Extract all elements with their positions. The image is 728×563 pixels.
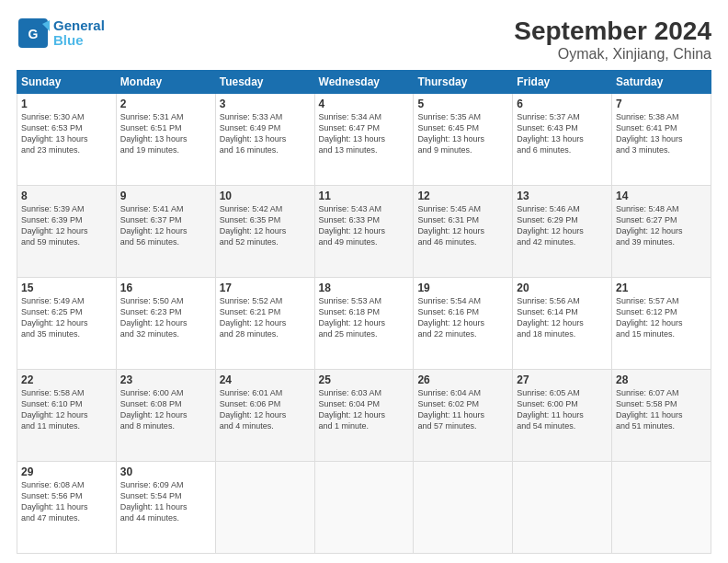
day-info: Sunrise: 5:37 AM Sunset: 6:43 PM Dayligh… (517, 111, 608, 156)
day-info: Sunrise: 6:00 AM Sunset: 6:08 PM Dayligh… (120, 387, 211, 432)
calendar-cell: 25Sunrise: 6:03 AM Sunset: 6:04 PM Dayli… (314, 370, 414, 462)
calendar-cell: 20Sunrise: 5:56 AM Sunset: 6:14 PM Dayli… (513, 278, 612, 370)
day-number: 23 (120, 373, 211, 386)
day-info: Sunrise: 5:39 AM Sunset: 6:39 PM Dayligh… (21, 203, 112, 248)
calendar-table: Sunday Monday Tuesday Wednesday Thursday… (17, 70, 711, 554)
calendar-cell (215, 462, 314, 554)
day-info: Sunrise: 6:04 AM Sunset: 6:02 PM Dayligh… (417, 387, 508, 432)
calendar-cell: 5Sunrise: 5:35 AM Sunset: 6:45 PM Daylig… (414, 94, 513, 186)
day-info: Sunrise: 5:53 AM Sunset: 6:18 PM Dayligh… (319, 295, 410, 340)
day-info: Sunrise: 5:35 AM Sunset: 6:45 PM Dayligh… (417, 111, 508, 156)
day-number: 6 (517, 98, 608, 110)
day-number: 4 (319, 98, 410, 110)
calendar-cell: 28Sunrise: 6:07 AM Sunset: 5:58 PM Dayli… (612, 370, 711, 462)
day-number: 15 (21, 282, 112, 294)
calendar-cell: 16Sunrise: 5:50 AM Sunset: 6:23 PM Dayli… (116, 278, 215, 370)
calendar-subtitle: Oymak, Xinjiang, China (514, 46, 711, 63)
day-info: Sunrise: 5:57 AM Sunset: 6:12 PM Dayligh… (616, 295, 707, 340)
calendar-body: 1Sunrise: 5:30 AM Sunset: 6:53 PM Daylig… (17, 94, 711, 554)
day-number: 10 (220, 190, 311, 202)
col-monday: Monday (116, 71, 215, 94)
logo-blue: Blue (53, 33, 105, 49)
day-info: Sunrise: 5:56 AM Sunset: 6:14 PM Dayligh… (517, 295, 608, 340)
day-info: Sunrise: 5:38 AM Sunset: 6:41 PM Dayligh… (616, 111, 707, 156)
calendar-cell: 6Sunrise: 5:37 AM Sunset: 6:43 PM Daylig… (513, 94, 612, 186)
col-friday: Friday (513, 71, 612, 94)
calendar-week-3: 15Sunrise: 5:49 AM Sunset: 6:25 PM Dayli… (17, 278, 711, 370)
day-info: Sunrise: 5:42 AM Sunset: 6:35 PM Dayligh… (220, 203, 311, 248)
col-sunday: Sunday (17, 71, 117, 94)
col-saturday: Saturday (612, 71, 711, 94)
logo-icon: G (17, 17, 50, 50)
day-info: Sunrise: 5:49 AM Sunset: 6:25 PM Dayligh… (21, 295, 112, 340)
day-number: 9 (120, 190, 211, 202)
col-wednesday: Wednesday (314, 71, 414, 94)
day-info: Sunrise: 6:09 AM Sunset: 5:54 PM Dayligh… (120, 479, 211, 524)
day-number: 18 (319, 282, 410, 294)
day-number: 20 (517, 282, 608, 294)
day-number: 11 (319, 190, 410, 202)
day-number: 28 (616, 373, 707, 386)
day-info: Sunrise: 5:31 AM Sunset: 6:51 PM Dayligh… (120, 111, 211, 156)
day-info: Sunrise: 5:34 AM Sunset: 6:47 PM Dayligh… (319, 111, 410, 156)
calendar-cell: 29Sunrise: 6:08 AM Sunset: 5:56 PM Dayli… (17, 462, 117, 554)
day-info: Sunrise: 5:50 AM Sunset: 6:23 PM Dayligh… (120, 295, 211, 340)
day-number: 24 (220, 373, 311, 386)
day-info: Sunrise: 5:33 AM Sunset: 6:49 PM Dayligh… (220, 111, 311, 156)
calendar-cell (513, 462, 612, 554)
day-info: Sunrise: 5:52 AM Sunset: 6:21 PM Dayligh… (220, 295, 311, 340)
calendar-cell: 26Sunrise: 6:04 AM Sunset: 6:02 PM Dayli… (414, 370, 513, 462)
page: G General Blue September 2024 Oymak, Xin… (0, 0, 728, 563)
day-info: Sunrise: 6:07 AM Sunset: 5:58 PM Dayligh… (616, 387, 707, 432)
day-number: 7 (616, 98, 707, 110)
day-number: 25 (319, 373, 410, 386)
calendar-cell: 2Sunrise: 5:31 AM Sunset: 6:51 PM Daylig… (116, 94, 215, 186)
calendar-cell: 27Sunrise: 6:05 AM Sunset: 6:00 PM Dayli… (513, 370, 612, 462)
day-info: Sunrise: 5:45 AM Sunset: 6:31 PM Dayligh… (417, 203, 508, 248)
calendar-week-1: 1Sunrise: 5:30 AM Sunset: 6:53 PM Daylig… (17, 94, 711, 186)
calendar-cell: 4Sunrise: 5:34 AM Sunset: 6:47 PM Daylig… (314, 94, 414, 186)
calendar-cell: 10Sunrise: 5:42 AM Sunset: 6:35 PM Dayli… (215, 186, 314, 278)
day-number: 26 (417, 373, 508, 386)
calendar-cell: 17Sunrise: 5:52 AM Sunset: 6:21 PM Dayli… (215, 278, 314, 370)
day-number: 3 (220, 98, 311, 110)
day-number: 14 (616, 190, 707, 202)
day-info: Sunrise: 5:58 AM Sunset: 6:10 PM Dayligh… (21, 387, 112, 432)
calendar-cell: 15Sunrise: 5:49 AM Sunset: 6:25 PM Dayli… (17, 278, 117, 370)
day-number: 16 (120, 282, 211, 294)
calendar-cell: 14Sunrise: 5:48 AM Sunset: 6:27 PM Dayli… (612, 186, 711, 278)
calendar-cell (314, 462, 414, 554)
calendar-week-4: 22Sunrise: 5:58 AM Sunset: 6:10 PM Dayli… (17, 370, 711, 462)
calendar-cell: 11Sunrise: 5:43 AM Sunset: 6:33 PM Dayli… (314, 186, 414, 278)
calendar-cell: 9Sunrise: 5:41 AM Sunset: 6:37 PM Daylig… (116, 186, 215, 278)
day-number: 21 (616, 282, 707, 294)
calendar-week-2: 8Sunrise: 5:39 AM Sunset: 6:39 PM Daylig… (17, 186, 711, 278)
calendar-cell: 7Sunrise: 5:38 AM Sunset: 6:41 PM Daylig… (612, 94, 711, 186)
day-info: Sunrise: 5:46 AM Sunset: 6:29 PM Dayligh… (517, 203, 608, 248)
calendar-header: Sunday Monday Tuesday Wednesday Thursday… (17, 71, 711, 94)
day-info: Sunrise: 5:48 AM Sunset: 6:27 PM Dayligh… (616, 203, 707, 248)
day-info: Sunrise: 5:30 AM Sunset: 6:53 PM Dayligh… (21, 111, 112, 156)
day-number: 19 (417, 282, 508, 294)
logo-general: General (53, 18, 105, 34)
day-info: Sunrise: 5:41 AM Sunset: 6:37 PM Dayligh… (120, 203, 211, 248)
svg-text:G: G (28, 27, 39, 41)
day-number: 30 (120, 465, 211, 478)
day-number: 13 (517, 190, 608, 202)
col-tuesday: Tuesday (215, 71, 314, 94)
day-number: 5 (417, 98, 508, 110)
calendar-cell: 24Sunrise: 6:01 AM Sunset: 6:06 PM Dayli… (215, 370, 314, 462)
calendar-cell: 19Sunrise: 5:54 AM Sunset: 6:16 PM Dayli… (414, 278, 513, 370)
calendar-cell: 21Sunrise: 5:57 AM Sunset: 6:12 PM Dayli… (612, 278, 711, 370)
day-number: 2 (120, 98, 211, 110)
day-info: Sunrise: 6:08 AM Sunset: 5:56 PM Dayligh… (21, 479, 112, 524)
calendar-cell: 13Sunrise: 5:46 AM Sunset: 6:29 PM Dayli… (513, 186, 612, 278)
calendar-cell: 18Sunrise: 5:53 AM Sunset: 6:18 PM Dayli… (314, 278, 414, 370)
day-info: Sunrise: 6:01 AM Sunset: 6:06 PM Dayligh… (220, 387, 311, 432)
day-info: Sunrise: 6:05 AM Sunset: 6:00 PM Dayligh… (517, 387, 608, 432)
calendar-cell (612, 462, 711, 554)
logo: G General Blue (17, 17, 105, 50)
calendar-cell: 22Sunrise: 5:58 AM Sunset: 6:10 PM Dayli… (17, 370, 117, 462)
calendar-week-5: 29Sunrise: 6:08 AM Sunset: 5:56 PM Dayli… (17, 462, 711, 554)
calendar-cell: 1Sunrise: 5:30 AM Sunset: 6:53 PM Daylig… (17, 94, 117, 186)
